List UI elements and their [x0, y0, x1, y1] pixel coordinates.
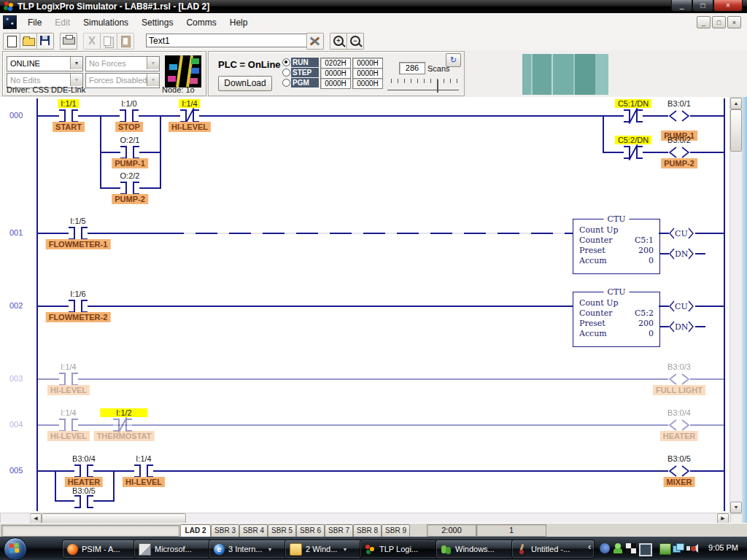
tab-sbr4[interactable]: SBR 4 — [239, 524, 268, 537]
title-bar[interactable]: TLP LogixPro Simulator - LAB8#1.rsl - [L… — [0, 0, 747, 13]
ctu-instruction-2[interactable]: CTU Count Up CounterC5:2 Preset200 Accum… — [573, 292, 660, 347]
vertical-scrollbar[interactable]: ▲ ▼ — [729, 97, 743, 514]
coil-heater[interactable] — [668, 419, 690, 431]
download-button[interactable]: DownLoad — [218, 76, 272, 91]
forces-value: No Forces — [89, 59, 126, 68]
rung-number: 002 — [9, 301, 31, 310]
tab-sbr6[interactable]: SBR 6 — [296, 524, 325, 537]
contact-hi-level-nc[interactable] — [180, 109, 199, 122]
tab-sbr5[interactable]: SBR 5 — [268, 524, 296, 537]
scroll-right-arrow[interactable]: ▶ — [717, 513, 729, 524]
horizontal-scroll-thumb[interactable] — [42, 513, 186, 524]
minimize-button[interactable]: _ — [671, 0, 692, 12]
open-file-button[interactable] — [20, 33, 37, 50]
wire-stub — [660, 253, 669, 254]
contact-c51dn-nc[interactable] — [624, 109, 643, 122]
scroll-up-arrow[interactable]: ▲ — [730, 98, 742, 109]
tray-power-plug-icon[interactable] — [659, 543, 671, 555]
taskbar-item-psim[interactable]: PSIM - A... — [62, 540, 141, 559]
print-button[interactable] — [60, 33, 77, 50]
tab-sbr3[interactable]: SBR 3 — [211, 524, 239, 537]
taskbar-item-internet[interactable]: e 3 Intern...▼ — [209, 540, 291, 559]
symbol-label: FULL LIGHT — [653, 385, 705, 395]
taskbar-clock[interactable]: 9:05 PM — [708, 543, 738, 552]
taskbar-item-windows-live[interactable]: Windows... — [436, 540, 518, 559]
node-label: Node: 1o — [162, 85, 195, 94]
text-input[interactable] — [146, 34, 308, 47]
pgm-radio[interactable] — [282, 79, 290, 87]
mdi-close-button[interactable]: × — [727, 16, 741, 28]
tab-sbr7[interactable]: SBR 7 — [325, 524, 353, 537]
new-file-button[interactable] — [3, 33, 20, 50]
menu-file[interactable]: File — [21, 15, 48, 31]
scan-slider-track[interactable] — [387, 90, 459, 90]
online-select[interactable]: ONLINE ▼ — [7, 56, 83, 71]
contact-stop[interactable] — [120, 109, 139, 122]
app-window-icon — [139, 543, 151, 556]
contact-hi-level[interactable] — [59, 419, 78, 432]
coil-pump2[interactable] — [668, 147, 690, 158]
mdi-restore-button[interactable]: □ — [712, 16, 726, 28]
restore-button[interactable]: □ — [692, 0, 713, 12]
tab-sbr8[interactable]: SBR 8 — [353, 524, 382, 537]
taskbar-item-windows-explorer[interactable]: 2 Wind...▼ — [285, 540, 366, 559]
refresh-button[interactable]: ↻ — [446, 53, 461, 67]
ctu-instruction-1[interactable]: CTU Count Up CounterC5:1 Preset200 Accum… — [573, 219, 660, 274]
menu-help[interactable]: Help — [223, 15, 255, 31]
close-button[interactable]: × — [713, 0, 743, 12]
tray-checker-icon[interactable] — [626, 543, 636, 553]
branch-wire — [55, 470, 56, 502]
tab-bar-spacer — [1, 525, 179, 537]
vertical-scroll-thumb[interactable] — [730, 109, 742, 152]
address-label: O:2/1 — [120, 136, 140, 144]
wire-stub — [695, 326, 705, 327]
contact-flowmeter1[interactable] — [69, 227, 88, 240]
contact-hi-level[interactable] — [59, 373, 78, 386]
document-icon[interactable] — [3, 15, 17, 29]
start-button[interactable] — [4, 537, 27, 560]
contact-heater[interactable] — [74, 464, 93, 478]
contact-pump1[interactable] — [120, 146, 139, 159]
menu-settings[interactable]: Settings — [135, 15, 179, 31]
run-radio[interactable] — [282, 58, 290, 66]
contact-hi-level[interactable] — [134, 464, 153, 478]
contact-flowmeter2[interactable] — [69, 300, 88, 313]
taskbar-item-microsoft[interactable]: Microsof... — [133, 540, 214, 559]
contact-b305[interactable] — [74, 495, 93, 508]
tray-display-icon[interactable] — [639, 543, 652, 556]
zoom-out-button[interactable]: − — [347, 33, 364, 50]
scan-slider-thumb[interactable] — [437, 79, 438, 93]
tools-button[interactable] — [306, 33, 324, 50]
contact-start[interactable] — [59, 109, 78, 122]
contact-pump2[interactable] — [120, 182, 139, 195]
contact-thermostat-nc[interactable] — [113, 419, 132, 432]
tray-moon-icon[interactable] — [600, 543, 610, 553]
coil-mixer[interactable] — [668, 465, 690, 477]
taskbar-item-untitled[interactable]: Untitled -... — [511, 540, 595, 559]
tray-volume-muted-icon[interactable] — [686, 543, 697, 553]
taskbar-item-tlp-logixpro[interactable]: TLP Logi... — [360, 540, 442, 559]
ctu-accum-value: 0 — [649, 329, 654, 338]
branch-wire — [603, 152, 724, 153]
tab-lad2[interactable]: LAD 2 — [180, 524, 211, 537]
highlighted-address: C5:1/DN — [615, 99, 651, 108]
tray-messenger-icon[interactable] — [613, 543, 623, 553]
tray-expand-chevron[interactable]: ‹ — [588, 541, 598, 551]
menu-comms[interactable]: Comms — [179, 15, 222, 31]
coil-full-light[interactable] — [668, 373, 690, 385]
save-button[interactable] — [36, 33, 54, 50]
menu-simulations[interactable]: Simulations — [77, 15, 135, 31]
scroll-down-arrow[interactable]: ▼ — [730, 502, 742, 513]
toolbar: + − — [0, 31, 747, 51]
coil-pump1[interactable] — [668, 110, 690, 122]
scroll-left-arrow[interactable]: ◀ — [30, 513, 42, 524]
chevron-down-icon[interactable]: ▼ — [70, 57, 82, 69]
contact-c52dn-nc[interactable] — [624, 146, 643, 159]
step-radio[interactable] — [282, 69, 290, 77]
rung-number: 000 — [9, 111, 31, 120]
tab-sbr9[interactable]: SBR 9 — [382, 524, 410, 537]
zoom-in-button[interactable]: + — [330, 33, 347, 50]
tray-network-icon[interactable] — [673, 543, 683, 553]
ladder-editor[interactable]: 000 I:1/1 START I:1/0 STOP I:1/4 HI-LEVE… — [0, 97, 729, 513]
mdi-minimize-button[interactable]: _ — [697, 16, 711, 28]
